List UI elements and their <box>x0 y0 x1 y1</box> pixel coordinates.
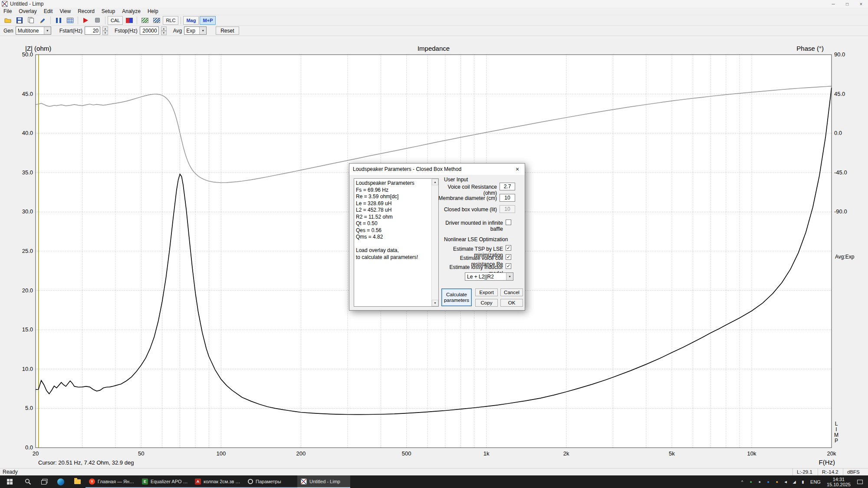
export-button[interactable]: Export <box>475 288 498 296</box>
update-icon[interactable]: ● <box>773 475 781 488</box>
taskbar-app-label: Главная — Яндекс... <box>98 479 135 484</box>
spin-down-icon[interactable]: ▼ <box>102 31 108 35</box>
taskbar-clock[interactable]: 14:31 15.10.2025 <box>824 477 854 487</box>
copy-button[interactable] <box>25 16 37 25</box>
search-button[interactable] <box>20 475 36 488</box>
edit-button[interactable] <box>37 16 49 25</box>
menu-help[interactable]: Help <box>144 8 162 15</box>
infinite-baffle-checkbox[interactable] <box>506 219 511 225</box>
taskbar-pinned-explorer[interactable] <box>69 475 85 488</box>
reset-button[interactable]: Reset <box>216 26 239 35</box>
menu-setup[interactable]: Setup <box>98 8 118 15</box>
calibrate-button[interactable]: CAL <box>108 16 123 25</box>
start-measurement-button[interactable] <box>80 16 92 25</box>
chevron-up-icon[interactable]: ^ <box>738 475 746 488</box>
network-icon[interactable]: ◢ <box>790 475 799 488</box>
taskbar-app-yandex[interactable]: YГлавная — Яндекс... <box>85 475 138 488</box>
ok-button[interactable]: OK <box>500 299 523 307</box>
edge-browser-icon <box>57 478 64 485</box>
fstart-label: Fstart(Hz) <box>59 28 82 34</box>
avg-label: Avg <box>173 28 182 34</box>
menu-file[interactable]: File <box>0 8 15 15</box>
menu-record[interactable]: Record <box>74 8 98 15</box>
bluetooth-icon[interactable]: ● <box>764 475 773 488</box>
taskbar-app-limp[interactable]: Untitled - Limp <box>297 475 350 488</box>
equalizer-icon: E <box>142 478 148 485</box>
generator-type-select[interactable]: Multitone ▼ <box>16 26 51 35</box>
x-axis-tick: 20k <box>827 450 836 457</box>
averaging-select[interactable]: Exp ▼ <box>184 26 207 35</box>
window-titlebar[interactable]: Untitled - Limp ─ □ × <box>0 0 868 8</box>
data-table-button[interactable] <box>64 16 76 25</box>
taskbar-apps: YГлавная — Яндекс...EEqualizer APO 1.4.1… <box>85 475 350 488</box>
menu-view[interactable]: View <box>56 8 74 15</box>
taskbar-app-equalizer[interactable]: EEqualizer APO 1.4.1... <box>138 475 191 488</box>
save-file-button[interactable] <box>13 16 25 25</box>
magnitude-phase-view-button[interactable]: M+P <box>200 16 216 25</box>
task-view-button[interactable] <box>36 475 53 488</box>
step-response-button[interactable] <box>151 16 162 25</box>
fstop-spinner[interactable]: ▲▼ <box>161 26 167 35</box>
stop-icon <box>95 18 100 23</box>
closed-box-volume-input <box>500 205 515 213</box>
maximize-button[interactable]: □ <box>840 0 854 8</box>
play-icon <box>83 18 88 23</box>
user-input-heading: User Input <box>444 177 468 183</box>
menu-analyze[interactable]: Analyze <box>118 8 144 15</box>
magnitude-view-button[interactable]: Mag <box>183 16 199 25</box>
left-axis-title: |Z| (ohm) <box>25 45 51 52</box>
spin-up-icon[interactable]: ▲ <box>161 26 167 31</box>
cancel-button[interactable]: Cancel <box>500 288 523 296</box>
open-file-button[interactable] <box>2 16 13 25</box>
overlay-compare-button[interactable] <box>123 16 135 25</box>
antivirus-icon[interactable]: ● <box>746 475 755 488</box>
listbox-scrollbar[interactable]: ▲ ▼ <box>431 179 438 306</box>
dialog-close-button[interactable]: × <box>510 164 525 175</box>
fstop-input[interactable] <box>140 26 159 35</box>
menu-edit[interactable]: Edit <box>40 8 56 15</box>
menu-overlay[interactable]: Overlay <box>15 8 40 15</box>
membrane-diameter-input[interactable] <box>500 194 515 202</box>
dialog-title: Loudspeaker Parameters - Closed Box Meth… <box>353 166 461 172</box>
pen-icon <box>39 17 46 23</box>
rlc-button[interactable]: RLC <box>163 16 178 25</box>
spin-down-icon[interactable]: ▼ <box>161 31 167 35</box>
volume-icon[interactable]: ◄ <box>781 475 790 488</box>
calculate-parameters-button[interactable]: Calculate parameters <box>441 288 472 306</box>
inductor-model-select[interactable]: Le + L2||R2 ▼ <box>465 272 513 281</box>
x-axis-tick: 50 <box>138 450 144 457</box>
taskbar-app-arta[interactable]: Aколпак 2см.зв - Arta <box>191 475 244 488</box>
minimize-button[interactable]: ─ <box>826 0 840 8</box>
cloud-icon[interactable]: ● <box>755 475 764 488</box>
scroll-down-icon[interactable]: ▼ <box>432 300 438 306</box>
arta-icon: A <box>195 478 201 485</box>
parameters-listbox[interactable]: Loudspeaker ParametersFs = 69.96 HzRe = … <box>354 178 439 307</box>
dialog-titlebar[interactable]: Loudspeaker Parameters - Closed Box Meth… <box>349 164 525 175</box>
language-indicator[interactable]: ENG <box>807 479 824 485</box>
close-button[interactable]: × <box>854 0 868 8</box>
copy-button[interactable]: Copy <box>475 299 498 307</box>
start-button[interactable] <box>0 475 20 488</box>
parameter-line: Load overlay data, <box>356 247 431 254</box>
action-center-button[interactable] <box>854 480 866 484</box>
chevron-down-icon: ▼ <box>506 273 513 280</box>
limp-vertical-logo: LIMP <box>834 421 839 444</box>
parameter-line: to calculate all parameters! <box>356 254 431 261</box>
estimate-tsp-checkbox[interactable]: ✓ <box>506 245 511 251</box>
battery-icon[interactable]: ▮ <box>799 475 807 488</box>
fstart-input[interactable] <box>85 26 100 35</box>
spectrum-view-button[interactable] <box>139 16 151 25</box>
stop-measurement-button[interactable] <box>92 16 103 25</box>
taskbar-pinned-edge[interactable] <box>53 475 69 488</box>
left-axis-tick: 5.0 <box>25 405 33 411</box>
chevron-down-icon: ▼ <box>44 27 51 34</box>
scroll-up-icon[interactable]: ▲ <box>432 179 438 185</box>
spin-up-icon[interactable]: ▲ <box>102 26 108 31</box>
estimate-re-checkbox[interactable]: ✓ <box>506 254 511 260</box>
pause-button[interactable] <box>53 16 64 25</box>
status-ready: Ready <box>0 469 18 475</box>
estimate-inductor-checkbox[interactable]: ✓ <box>506 263 511 269</box>
voice-coil-resistance-input[interactable] <box>500 183 515 190</box>
taskbar-app-settings[interactable]: Параметры <box>244 475 297 488</box>
fstart-spinner[interactable]: ▲▼ <box>102 26 108 35</box>
